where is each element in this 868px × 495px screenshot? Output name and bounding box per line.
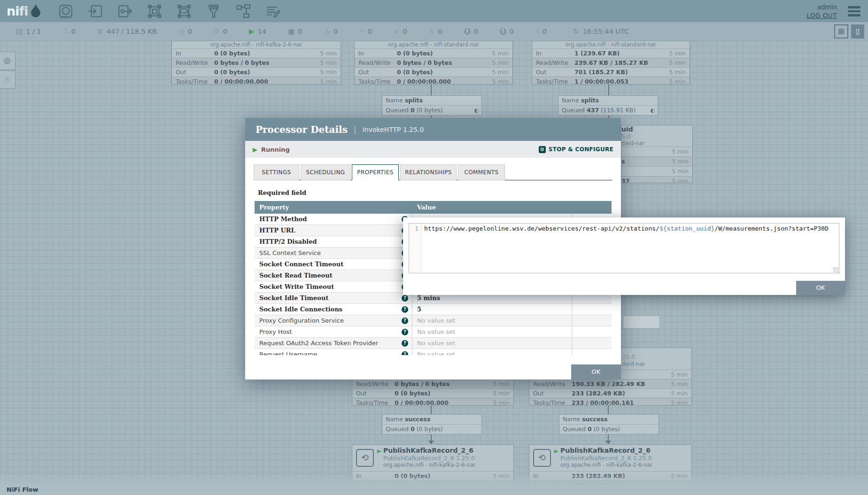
running-status-icon: ▶: [253, 146, 257, 153]
output-port-toolbar-icon[interactable]: [118, 4, 132, 18]
table-row[interactable]: Request OAuth2 Access Token Provider?No …: [255, 338, 612, 349]
locally-modified-icon: ✳: [429, 28, 435, 35]
tab-relationships[interactable]: RELATIONSHIPS: [400, 164, 457, 180]
locally-modified-stale-count: 0: [510, 28, 514, 35]
queued-label: Queued: [386, 107, 409, 114]
processor-type: PublishKafkaRecord_2_6 1.25.0: [383, 455, 513, 462]
dialog-title: Processor Details: [256, 124, 348, 135]
grid-icon: ▦: [838, 27, 845, 35]
queued-count: 0: [411, 107, 415, 114]
connection-label[interactable]: Name splits Queued 0 (0 bytes)◐: [382, 95, 482, 116]
processor-toolbar-icon[interactable]: [59, 4, 73, 18]
active-threads-icon: ⠿: [63, 28, 68, 35]
nifi-canvas[interactable]: org.apache.nifi - nifi-kafka-2-6-nar In0…: [0, 0, 868, 495]
connection-label[interactable]: Name success Queued 0 (0 bytes): [559, 414, 659, 434]
refresh-icon[interactable]: ↻: [573, 28, 579, 35]
stat-row: Tasks/Time0 / 00:00:00.0005 min: [355, 77, 512, 85]
stat-row: Read/Write0 bytes / 0 bytes5 min: [172, 58, 341, 67]
help-icon: ?: [402, 306, 408, 313]
value-editor-popup: 1 https://www.pegelonline.wsv.de/webserv…: [403, 217, 845, 295]
connection-label[interactable]: Name success Queued 0 (0 bytes): [382, 414, 482, 434]
dialog-subtitle: InvokeHTTP 1.25.0: [363, 126, 424, 133]
property-column-header: Property: [255, 201, 412, 214]
birdseye-button[interactable]: ◎: [0, 52, 16, 70]
processor-name-fragment: uid: [621, 125, 692, 133]
process-group-toolbar-icon[interactable]: [147, 4, 162, 18]
stopped-icon: ■: [288, 28, 294, 35]
el-start-delimiter: ${: [659, 225, 667, 232]
stat-row: Out0 (0 bytes)5 min: [172, 67, 341, 77]
dialog-status-bar: ▶ Running ⚙ STOP & CONFIGURE: [245, 141, 621, 158]
status-bar: ▧1 / 1 ⠿0 ≣447 / 118.5 KB ◎0 ⊘0 ▶14 ■0 ⚠…: [0, 22, 868, 41]
flow-status-toggle-button[interactable]: ▯: [851, 24, 864, 39]
queued-size: (0 bytes): [417, 107, 443, 114]
editor-ok-button[interactable]: OK: [796, 281, 845, 295]
canvas-bottom-fade: [0, 473, 868, 484]
logout-link[interactable]: LOG OUT: [806, 11, 837, 20]
processor-bundle: org.apache.nifi - nifi-standard-nar: [355, 41, 512, 48]
connection-line: [431, 434, 432, 441]
remote-process-group-toolbar-icon[interactable]: [177, 4, 191, 18]
connection-line: [431, 85, 432, 96]
dialog-ok-button[interactable]: OK: [571, 364, 621, 379]
processor-bundle: org.apache.nifi - nifi-standard-nar: [532, 41, 690, 48]
template-toolbar-icon[interactable]: [236, 4, 250, 18]
running-count: 14: [258, 28, 266, 35]
stat-row: Read/Write0 bytes / 0 bytes5 min: [352, 379, 513, 388]
global-menu-icon[interactable]: [848, 6, 860, 18]
sync-failure-count: 0: [542, 28, 547, 35]
invalid-count: 0: [333, 28, 338, 35]
up-to-date-count: 0: [403, 28, 407, 35]
value-column-header: Value: [412, 201, 572, 214]
document-icon: ▯: [856, 27, 860, 36]
processor-bundle-fragment: dard-nar: [621, 140, 692, 147]
invalid-icon: ⚠: [324, 28, 330, 35]
connection-name: splits: [405, 97, 423, 104]
pan-hand-icon: ☞: [0, 76, 16, 83]
connection-name: success: [582, 416, 608, 423]
up-to-date-icon: ✔: [394, 28, 400, 35]
queued-icon: ≣: [97, 28, 103, 35]
tab-settings[interactable]: SETTINGS: [254, 164, 299, 180]
breadcrumb[interactable]: NiFi Flow: [7, 486, 38, 493]
tab-comments[interactable]: COMMENTS: [458, 164, 505, 180]
table-row[interactable]: Proxy Host?No value set: [255, 326, 612, 338]
expression-editor[interactable]: 1 https://www.pegelonline.wsv.de/webserv…: [409, 223, 839, 273]
queued-size: (0 bytes): [417, 425, 443, 433]
connection-line: [608, 85, 609, 96]
stopped-count: 0: [298, 28, 302, 35]
current-user: admin: [806, 3, 837, 11]
stop-and-configure-button[interactable]: ⚙ STOP & CONFIGURE: [539, 146, 613, 153]
funnel-toolbar-icon[interactable]: [207, 4, 221, 18]
label-toolbar-icon[interactable]: [266, 4, 280, 18]
app-header: nifi admin LOG OUT: [0, 0, 868, 22]
tab-properties[interactable]: PROPERTIES: [352, 164, 399, 180]
help-icon: ?: [402, 329, 408, 335]
queued-count: 0: [588, 425, 592, 433]
pan-button[interactable]: ☞: [0, 70, 16, 89]
processor-node-partial[interactable]: uid 5.0 dard-nar 5 min s5 min 5 min 375 …: [621, 125, 693, 183]
required-field-label: Required field: [258, 189, 611, 196]
active-threads-count: 0: [71, 28, 76, 35]
table-header: Property Value: [255, 201, 612, 214]
queue-percent-icon: ◐: [474, 106, 479, 115]
connection-name-label: Name: [386, 416, 403, 423]
birdseye-toggle-button[interactable]: ▦: [834, 24, 848, 39]
table-row[interactable]: Socket Idle Connections?5: [255, 304, 612, 315]
editor-code-line[interactable]: https://www.pegelonline.wsv.de/webservic…: [421, 224, 839, 273]
connection-label[interactable]: Name splits Queued 437 (115.91 KB)◐: [558, 95, 658, 116]
title-separator: |: [354, 125, 356, 134]
dialog-header: Processor Details | InvokeHTTP 1.25.0: [245, 118, 621, 141]
queued-label: Queued: [386, 425, 409, 433]
processor-icon: ⟲: [356, 449, 374, 467]
queued-size: (0 bytes): [594, 425, 620, 433]
input-port-toolbar-icon[interactable]: [88, 4, 102, 18]
table-row[interactable]: Proxy Configuration Service?No value set: [255, 315, 612, 326]
logo-text: ni: [7, 4, 19, 18]
resize-handle[interactable]: [833, 267, 838, 272]
tab-scheduling[interactable]: SCHEDULING: [301, 164, 350, 180]
help-icon: ?: [402, 295, 408, 302]
table-row[interactable]: Request Username?No value set: [255, 349, 612, 355]
not-transmitting-icon: ⊘: [214, 28, 220, 35]
processor-bundle: org.apache.nifi - nifi-kafka-2-6-nar: [560, 462, 691, 468]
